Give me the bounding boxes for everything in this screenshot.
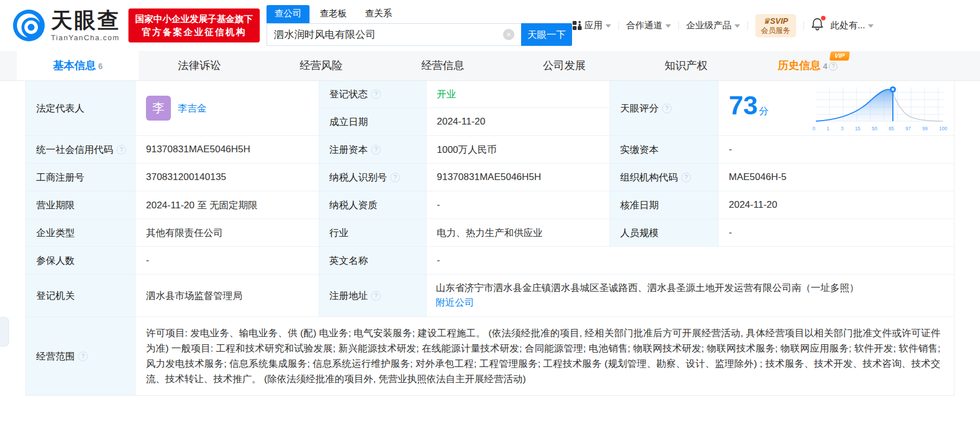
score-digits: 73 <box>729 91 758 120</box>
label-text: 英文名称 <box>329 254 368 267</box>
score-axis-tick: 97 <box>905 126 910 131</box>
help-icon[interactable] <box>371 291 381 301</box>
clear-icon[interactable] <box>503 29 514 40</box>
business-term-value: 2024-11-20 至 无固定期限 <box>136 191 319 219</box>
value-text: 2024-11-20 <box>729 199 777 211</box>
avatar: 李 <box>146 96 171 121</box>
establish-date-label: 成立日期 <box>319 108 427 135</box>
nav-apps[interactable]: 应用 <box>573 20 611 32</box>
insured-count-label: 参保人数 <box>26 247 136 274</box>
value-text: - <box>729 144 732 155</box>
nav-apps-label: 应用 <box>584 20 603 32</box>
help-icon[interactable] <box>78 352 88 361</box>
nav-more[interactable]: 此处有... <box>831 20 874 32</box>
search-tab-boss[interactable]: 查老板 <box>312 5 355 23</box>
top-nav: 应用 合作通道 企业级产品 ♛SVIP 会员服务 此处有... <box>573 14 874 37</box>
tab-basic-info-label: 基本信息 <box>53 59 96 71</box>
help-icon[interactable] <box>371 145 381 155</box>
tab-intellectual-property[interactable]: 知识产权 <box>625 51 747 80</box>
approval-date-value: 2024-11-20 <box>719 191 954 219</box>
score-unit: 分 <box>759 106 768 117</box>
help-icon[interactable] <box>117 145 126 155</box>
reg-capital-value: 1000万人民币 <box>427 136 610 163</box>
tab-legal-label: 法律诉讼 <box>178 59 221 71</box>
value-text: 泗水县市场监督管理局 <box>146 289 242 302</box>
label-text: 注册地址 <box>329 289 368 302</box>
value-text: - <box>437 255 440 266</box>
score-axis: 0131550859799100 <box>811 126 948 131</box>
label-text: 行业 <box>329 226 349 239</box>
legal-rep-label: 法定代表人 <box>26 81 136 135</box>
value-text: 2024-11-20 至 无固定期限 <box>146 199 257 212</box>
search-tab-company[interactable]: 查公司 <box>267 5 310 23</box>
svip-member-button[interactable]: ♛SVIP 会员服务 <box>755 14 796 37</box>
nav-enterprise-label: 企业级产品 <box>686 20 732 32</box>
divider <box>803 21 804 30</box>
value-text: 91370831MAE5046H5H <box>437 172 541 183</box>
insured-count-value: - <box>136 247 319 274</box>
reg-address-label: 注册地址 <box>319 275 427 316</box>
nav-channel[interactable]: 合作通道 <box>626 20 671 32</box>
label-text: 法定代表人 <box>36 102 84 115</box>
table-row: 企业类型 其他有限责任公司 行业 电力、热力生产和供应业 人员规模 - <box>26 219 954 247</box>
taxpayer-quality-value: - <box>427 191 610 219</box>
search-input[interactable] <box>267 23 521 46</box>
tab-intellectual-property-label: 知识产权 <box>665 59 708 71</box>
side-float-widget[interactable] <box>0 317 9 346</box>
badge-line1: 国家中小企业发展子基金旗下 <box>135 12 253 25</box>
taxpayer-id-value: 91370831MAE5046H5H <box>427 164 610 191</box>
basic-info-table: 法定代表人 李 李吉金 登记状态 开业 成立日期 2024-11-20 天眼评分… <box>25 81 955 396</box>
table-row: 工商注册号 370831200140135 纳税人识别号 91370831MAE… <box>26 164 954 191</box>
help-icon[interactable] <box>681 173 691 182</box>
nearby-companies-link[interactable]: 附近公司 <box>436 296 474 310</box>
tab-legal[interactable]: 法律诉讼 <box>139 51 260 80</box>
value-text: - <box>729 227 732 238</box>
notification-bell-icon[interactable] <box>811 18 823 33</box>
legal-rep-link[interactable]: 李吉金 <box>178 102 207 115</box>
nav-channel-label: 合作通道 <box>626 20 663 32</box>
label-text: 营业期限 <box>36 199 75 212</box>
help-icon[interactable] <box>390 173 400 182</box>
tab-company-development[interactable]: 公司发展 <box>504 51 625 80</box>
label-text: 纳税人识别号 <box>329 171 387 184</box>
help-icon[interactable] <box>662 104 672 113</box>
value-text: 电力、热力生产和供应业 <box>437 226 543 239</box>
label-text: 人员规模 <box>620 226 659 239</box>
tab-operating-risk[interactable]: 经营风险 <box>260 51 382 80</box>
taxpayer-id-label: 纳税人识别号 <box>319 164 427 191</box>
tab-company-development-label: 公司发展 <box>543 59 586 71</box>
tab-business-info-label: 经营信息 <box>422 59 465 71</box>
reg-address-value: 山东省济宁市泗水县金庄镇泗水县城区圣诚路西、泗水县圣源土地开发运营有限公司南（一… <box>427 275 954 316</box>
score-axis-tick: 85 <box>889 126 894 131</box>
search-tab-relation[interactable]: 查关系 <box>357 5 400 23</box>
tianyancha-logo[interactable]: 天眼查 TianYanCha.com <box>12 9 121 42</box>
reg-status-value: 开业 <box>427 81 610 108</box>
tab-history-info[interactable]: VIP 历史信息4 <box>747 51 869 80</box>
label-text: 天眼评分 <box>620 102 659 115</box>
search-button[interactable]: 天眼一下 <box>521 23 572 46</box>
search-area: 查公司 查老板 查关系 天眼一下 <box>267 5 572 46</box>
nav-enterprise[interactable]: 企业级产品 <box>686 20 740 32</box>
table-row: 营业期限 2024-11-20 至 无固定期限 纳税人资质 - 核准日期 202… <box>26 191 954 219</box>
reg-authority-label: 登记机关 <box>26 275 136 316</box>
chevron-down-icon <box>868 24 874 28</box>
help-icon[interactable] <box>829 62 837 71</box>
establish-date-value: 2024-11-20 <box>427 108 610 135</box>
chevron-down-icon <box>734 24 740 28</box>
tab-operating-risk-label: 经营风险 <box>300 59 343 71</box>
help-icon[interactable] <box>371 89 381 99</box>
label-text: 经营范围 <box>36 350 75 363</box>
tab-basic-info[interactable]: 基本信息6 <box>17 51 139 80</box>
svip-label: SVIP <box>770 16 788 25</box>
label-text: 参保人数 <box>36 254 75 267</box>
label-text: 注册资本 <box>329 143 368 156</box>
tab-business-info[interactable]: 经营信息 <box>382 51 504 80</box>
english-name-value: - <box>427 247 954 274</box>
chevron-down-icon <box>665 24 671 28</box>
value-text: 1000万人民币 <box>437 143 497 156</box>
reg-status-label: 登记状态 <box>319 81 427 108</box>
value-text: 2024-11-20 <box>437 116 485 127</box>
score-axis-tick: 99 <box>922 126 927 131</box>
paid-capital-value: - <box>719 136 954 163</box>
logo-swirl-icon <box>12 9 45 42</box>
